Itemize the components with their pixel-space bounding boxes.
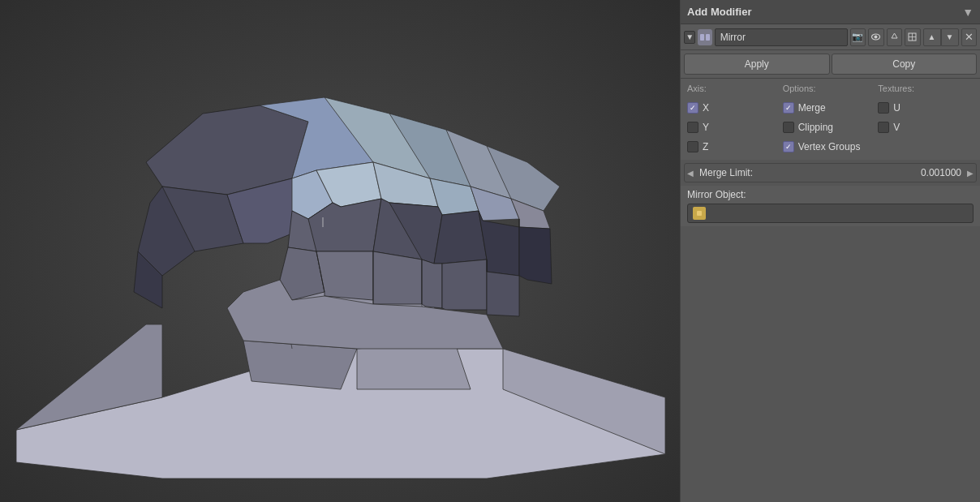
svg-rect-42 — [700, 34, 704, 41]
svg-rect-52 — [697, 211, 702, 216]
merge-limit-decrease-button[interactable]: ◀ — [685, 169, 696, 178]
svg-marker-33 — [422, 260, 442, 308]
axis-y-row: Y — [687, 119, 783, 135]
mirror-object-section: Mirror Object: — [681, 186, 980, 226]
axis-y-checkbox[interactable] — [687, 122, 698, 133]
svg-marker-34 — [442, 260, 487, 310]
vertex-groups-row: Vertex Groups — [783, 139, 879, 155]
merge-limit-label: Merge Limit: — [696, 167, 756, 178]
merge-limit-increase-button[interactable]: ▶ — [965, 169, 976, 178]
modifier-name-input[interactable] — [715, 28, 848, 46]
svg-marker-5 — [243, 341, 357, 389]
texture-v-row: V — [878, 119, 974, 135]
axis-z-row: Z — [687, 139, 783, 155]
axis-z-checkbox[interactable] — [687, 141, 698, 152]
render-visibility-button[interactable]: 📷 — [850, 28, 866, 46]
svg-marker-31 — [316, 251, 373, 300]
axis-x-row: X — [687, 100, 783, 116]
move-down-button[interactable]: ▼ — [941, 28, 959, 46]
viewport[interactable] — [0, 0, 680, 502]
clipping-checkbox[interactable] — [783, 122, 794, 133]
clipping-label: Clipping — [798, 122, 833, 133]
texture-u-row: U — [878, 100, 974, 116]
merge-label: Merge — [798, 102, 826, 114]
panel-title: Add Modifier — [687, 6, 751, 18]
clipping-row: Clipping — [783, 119, 879, 135]
mesh-view — [0, 0, 680, 502]
axis-x-label: X — [703, 102, 709, 114]
edit-icon — [889, 32, 900, 42]
properties-panel: Add Modifier ▼ ▼ 📷 — [680, 0, 980, 502]
vertex-groups-label: Vertex Groups — [798, 141, 861, 152]
svg-marker-32 — [373, 251, 422, 304]
collapse-icon: ▼ — [686, 32, 694, 41]
vertex-groups-checkbox[interactable] — [783, 141, 794, 152]
merge-limit-row[interactable]: ◀ Merge Limit: 0.001000 ▶ — [684, 163, 977, 182]
texture-v-label: V — [893, 122, 900, 133]
svg-marker-29 — [519, 219, 552, 284]
modifier-type-icon — [698, 29, 711, 45]
viewport-visibility-button[interactable] — [868, 28, 883, 46]
svg-marker-47 — [892, 33, 897, 38]
merge-checkbox[interactable] — [783, 102, 794, 114]
delete-modifier-button[interactable]: ✕ — [961, 28, 977, 46]
mirror-object-label: Mirror Object: — [687, 189, 974, 200]
textures-column: Textures: U V — [878, 84, 974, 155]
options-header: Options: — [783, 84, 879, 93]
apply-copy-row: Apply Copy — [681, 50, 980, 79]
panel-header: Add Modifier ▼ — [681, 0, 980, 24]
modifier-collapse-button[interactable]: ▼ — [684, 31, 695, 44]
mirror-object-icon — [693, 207, 706, 220]
copy-button[interactable]: Copy — [832, 54, 978, 75]
texture-v-checkbox[interactable] — [878, 122, 889, 133]
options-columns: Axis: X Y Z Options: Me — [687, 84, 974, 155]
svg-marker-27 — [434, 211, 487, 264]
texture-u-checkbox[interactable] — [878, 102, 889, 114]
axis-column: Axis: X Y Z — [687, 84, 783, 155]
svg-rect-43 — [706, 34, 710, 41]
move-up-button[interactable]: ▲ — [923, 28, 941, 46]
cage-icon — [907, 32, 918, 42]
mirror-object-field[interactable] — [687, 204, 974, 223]
options-column: Options: Merge Clipping Vertex Groups — [783, 84, 879, 155]
cage-button[interactable] — [905, 28, 920, 46]
textures-header: Textures: — [878, 84, 974, 93]
merge-row: Merge — [783, 100, 879, 116]
apply-button[interactable]: Apply — [684, 54, 830, 75]
eye-icon — [870, 32, 881, 42]
axis-z-label: Z — [703, 141, 708, 152]
svg-point-46 — [875, 36, 878, 39]
options-area: Axis: X Y Z Options: Me — [681, 79, 980, 160]
axis-y-label: Y — [703, 122, 709, 133]
axis-x-checkbox[interactable] — [687, 102, 698, 114]
camera-icon: 📷 — [852, 32, 863, 42]
modifier-nav-arrows: ▲ ▼ — [923, 28, 959, 46]
texture-u-label: U — [893, 102, 900, 114]
edit-mode-button[interactable] — [887, 28, 902, 46]
add-modifier-dropdown-icon[interactable]: ▼ — [962, 6, 974, 19]
modifier-row: ▼ 📷 — [681, 24, 980, 50]
merge-limit-value: 0.001000 — [756, 167, 965, 178]
axis-header: Axis: — [687, 84, 783, 93]
